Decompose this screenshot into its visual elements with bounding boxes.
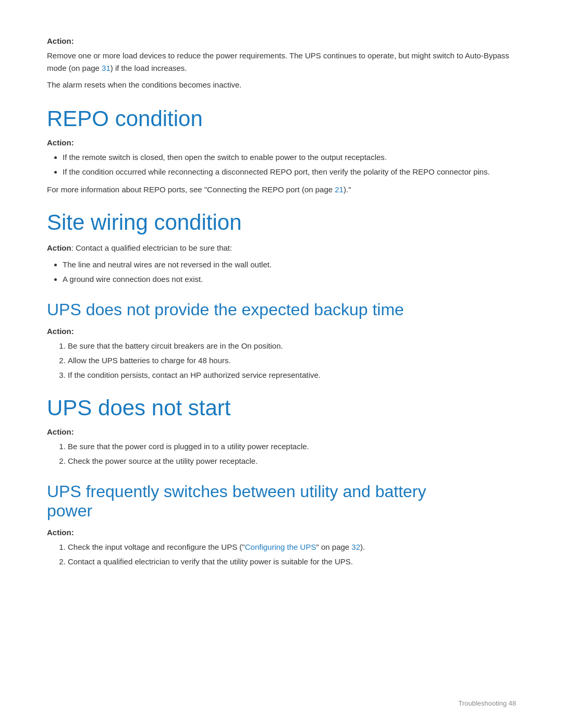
intro-action-label: Action: xyxy=(47,36,516,45)
ups-backup-item-2: Allow the UPS batteries to charge for 48… xyxy=(68,354,516,367)
site-wiring-bullet-list: The line and neutral wires are not rever… xyxy=(63,258,516,286)
site-wiring-section: Site wiring condition Action: Contact a … xyxy=(47,211,516,286)
repo-bullet-1: If the remote switch is closed, then ope… xyxy=(63,151,516,164)
site-wiring-heading: Site wiring condition xyxy=(47,211,516,235)
site-wiring-bullet-2: A ground wire connection does not exist. xyxy=(63,273,516,286)
site-wiring-action-text: Action: Contact a qualified electrician … xyxy=(47,242,516,254)
site-wiring-bullet-1: The line and neutral wires are not rever… xyxy=(63,258,516,271)
ups-backup-item-3: If the condition persists, contact an HP… xyxy=(68,369,516,381)
page-footer: Troubleshooting 48 xyxy=(458,699,516,707)
footer-text: Troubleshooting 48 xyxy=(458,699,516,707)
ups-backup-section: UPS does not provide the expected backup… xyxy=(47,300,516,381)
repo-bullet-list: If the remote switch is closed, then ope… xyxy=(63,151,516,178)
ups-switches-link-32[interactable]: 32 xyxy=(351,542,360,551)
ups-backup-heading: UPS does not provide the expected backup… xyxy=(47,300,516,319)
repo-footnote: For more information about REPO ports, s… xyxy=(47,183,516,196)
ups-start-action-label: Action: xyxy=(47,427,516,436)
ups-switches-action-label: Action: xyxy=(47,528,516,537)
repo-condition-section: REPO condition Action: If the remote swi… xyxy=(47,107,516,196)
ups-backup-list: Be sure that the battery circuit breaker… xyxy=(68,340,516,381)
ups-start-section: UPS does not start Action: Be sure that … xyxy=(47,396,516,467)
ups-switches-list: Check the input voltage and reconfigure … xyxy=(68,541,516,568)
ups-start-heading: UPS does not start xyxy=(47,396,516,420)
ups-switches-item-2: Contact a qualified electrician to verif… xyxy=(68,556,516,568)
intro-section: Action: Remove one or more load devices … xyxy=(47,36,516,91)
site-wiring-action-label: Action xyxy=(47,243,71,252)
repo-bullet-2: If the condition occurred while reconnec… xyxy=(63,166,516,178)
ups-switches-heading: UPS frequently switches between utility … xyxy=(47,482,516,521)
repo-action-label: Action: xyxy=(47,138,516,147)
intro-para1: Remove one or more load devices to reduc… xyxy=(47,50,516,75)
ups-switches-section: UPS frequently switches between utility … xyxy=(47,482,516,568)
intro-link-31[interactable]: 31 xyxy=(102,64,111,72)
intro-para2: The alarm resets when the conditions bec… xyxy=(47,79,516,91)
ups-backup-action-label: Action: xyxy=(47,327,516,336)
ups-start-item-1: Be sure that the power cord is plugged i… xyxy=(68,440,516,453)
ups-switches-item-1: Check the input voltage and reconfigure … xyxy=(68,541,516,553)
ups-start-item-2: Check the power source at the utility po… xyxy=(68,455,516,467)
repo-condition-heading: REPO condition xyxy=(47,107,516,131)
ups-start-list: Be sure that the power cord is plugged i… xyxy=(68,440,516,467)
repo-link-21[interactable]: 21 xyxy=(335,185,344,194)
ups-backup-item-1: Be sure that the battery circuit breaker… xyxy=(68,340,516,352)
ups-switches-link-config[interactable]: Configuring the UPS xyxy=(245,542,316,551)
